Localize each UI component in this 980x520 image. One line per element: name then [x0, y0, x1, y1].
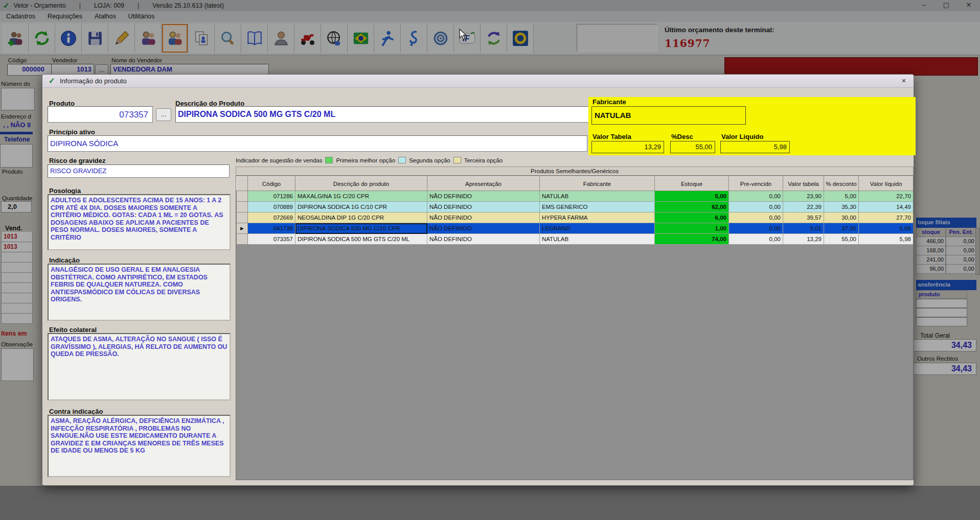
legend-swatch — [453, 157, 461, 163]
grid-cell[interactable]: NÃO DEFINIDO — [427, 234, 540, 245]
efeito-colateral-text[interactable]: ATAQUES DE ASMA, ALTERAÇÃO NO SANGUE ( I… — [48, 333, 231, 400]
grid-row-070889[interactable]: 070889DIPIRONA SODICA 1G C/10 CPRNÃO DEF… — [237, 202, 914, 212]
grid-header-estoque[interactable]: Estoque — [655, 177, 729, 191]
grid-cell[interactable]: 0,00 — [729, 223, 783, 234]
grid-cell[interactable]: 23,90 — [783, 191, 824, 202]
grid-cell[interactable]: 55,00 — [824, 234, 859, 245]
grid-cell[interactable]: 9,01 — [783, 223, 824, 234]
grid-cell[interactable]: 35,30 — [824, 202, 859, 212]
grid-cell[interactable]: DIPIRONA SODICA 500 MG GTS C/20 ML — [295, 234, 427, 245]
legend-label: Segunda opção — [409, 157, 450, 163]
perc-desc-input[interactable]: 55,00 — [670, 141, 715, 153]
grid-cell[interactable]: 62,00 — [655, 202, 729, 212]
grid-cell[interactable]: 070889 — [248, 202, 295, 212]
grid-cell[interactable]: 27,70 — [859, 212, 914, 223]
grid-header--desconto[interactable]: % desconto — [824, 177, 859, 191]
grid-cell[interactable]: DIPIRONA SODICA 500 MG C/10 CPR — [295, 223, 427, 234]
indicacao-text[interactable]: ANALGÉSICO DE USO GERAL E EM ANALGESIA O… — [48, 264, 231, 321]
indicacao-label: Indicação — [49, 256, 80, 264]
descricao-input[interactable]: DIPIRONA SODICA 500 MG GTS C/20 ML — [175, 106, 595, 123]
grid-cell[interactable]: 0,00 — [729, 212, 783, 223]
risco-gravidez-label: Risco de gravidez — [49, 157, 106, 164]
posologia-label: Posologia — [49, 187, 81, 195]
dialog-title-bar[interactable]: ✓ Informação do produto × — [42, 75, 914, 88]
efeito-colateral-label: Efeito colateral — [49, 326, 97, 334]
grid-cell[interactable]: NÃO DEFINIDO — [427, 212, 540, 223]
grid-cell[interactable]: 37,00 — [824, 223, 859, 234]
dialog-close-icon[interactable]: × — [899, 76, 908, 85]
principio-ativo-label: Princípio ativo — [49, 128, 95, 136]
legend-swatch — [398, 157, 406, 163]
grid-header-fabricante[interactable]: Fabricante — [540, 177, 655, 191]
grid-cell[interactable]: EMS GENERICO — [540, 202, 655, 212]
dialog-title: Informação do produto — [60, 77, 127, 85]
grid-cell[interactable]: NÃO DEFINIDO — [427, 223, 540, 234]
grid-row-072669[interactable]: 072669NEOSALDINA DIP 1G C/20 CPRNÃO DEFI… — [237, 212, 914, 223]
grid-header-c-digo[interactable]: Código — [248, 177, 295, 191]
grid-row-041738[interactable]: ▶041738DIPIRONA SODICA 500 MG C/10 CPRNÃ… — [237, 223, 914, 234]
grid-cell[interactable]: 5,98 — [859, 234, 914, 245]
product-info-dialog: ✓ Informação do produto × Produto 073357… — [42, 74, 914, 486]
grid-cell[interactable]: NATULAB — [540, 234, 655, 245]
grid-cell[interactable]: 22,70 — [859, 191, 914, 202]
grid-cell[interactable]: NÃO DEFINIDO — [427, 191, 540, 202]
grid-header-row: CódigoDescrição do produtoApresentaçãoFa… — [237, 177, 914, 191]
posologia-text[interactable]: ADULTOS E ADOLESCENTES ACIMA DE 15 ANOS:… — [48, 194, 231, 250]
grid-cell[interactable]: 5,68 — [859, 223, 914, 234]
grid-header-valor-tabela[interactable]: Valor tabela — [783, 177, 824, 191]
grid-cell[interactable]: 5,00 — [824, 191, 859, 202]
row-selector-cell[interactable] — [237, 191, 248, 202]
grid-cell[interactable]: DIPIRONA SODICA 1G C/10 CPR — [295, 202, 427, 212]
grid-cell[interactable]: 14,49 — [859, 202, 914, 212]
grid-cell[interactable]: 0,00 — [729, 191, 783, 202]
grid-cell[interactable]: 74,00 — [655, 234, 729, 245]
row-selector-cell[interactable] — [237, 212, 248, 223]
grid-cell[interactable]: HYPERA FARMA — [540, 212, 655, 223]
grid-header-apresenta-o[interactable]: Apresentação — [427, 177, 540, 191]
grid-header-valor-l-quido[interactable]: Valor líquido — [859, 177, 914, 191]
legend-label: Primeira melhor opção — [336, 157, 395, 163]
row-selector-cell[interactable]: ▶ — [237, 223, 248, 234]
grid-cell[interactable]: 0,00 — [729, 234, 783, 245]
grid-cell[interactable]: 5,00 — [655, 191, 729, 202]
grid-row-073357[interactable]: 073357DIPIRONA SODICA 500 MG GTS C/20 ML… — [237, 234, 914, 245]
valor-tabela-label: Valor Tabela — [592, 133, 631, 140]
grid-header-pre-vencido[interactable]: Pre-vencido — [729, 177, 783, 191]
grid-cell[interactable]: 072669 — [248, 212, 295, 223]
valor-tabela-input[interactable]: 13,29 — [591, 141, 664, 153]
grid-cell[interactable]: 13,29 — [783, 234, 824, 245]
contra-indicacao-label: Contra indicação — [49, 408, 103, 415]
grid-cell[interactable]: 39,57 — [783, 212, 824, 223]
grid-cell[interactable]: LEGRAND — [540, 223, 655, 234]
produto-browse-button[interactable]: ... — [156, 108, 171, 121]
row-selector-cell[interactable] — [237, 202, 248, 212]
grid-cell[interactable]: NEOSALDINA DIP 1G C/20 CPR — [295, 212, 427, 223]
dialog-check-icon: ✓ — [49, 76, 55, 85]
contra-indicacao-text[interactable]: ASMA, REAÇÃO ALÉRGICA, DEFICIÊNCIA ENZIM… — [48, 415, 231, 477]
grid-cell[interactable]: 073357 — [248, 234, 295, 245]
grid-cell[interactable]: NÃO DEFINIDO — [427, 202, 540, 212]
grid-cell[interactable]: 6,00 — [655, 212, 729, 223]
grid-cell[interactable]: 041738 — [248, 223, 295, 234]
suggestion-legend: Indicador de sugestão de vendas Primeira… — [236, 157, 503, 163]
perc-desc-label: %Desc — [671, 133, 693, 140]
grid-cell[interactable]: 1,00 — [655, 223, 729, 234]
grid-cell[interactable]: NATULAB — [540, 191, 655, 202]
mouse-cursor — [459, 29, 468, 43]
grid-cell[interactable]: 22,39 — [783, 202, 824, 212]
legend-label: Terceira opção — [464, 157, 503, 163]
grid-cell[interactable]: 071286 — [248, 191, 295, 202]
principio-ativo-input[interactable]: DIPIRONA SÓDICA — [48, 135, 587, 152]
fabricante-panel: Fabricante NATULAB Valor Tabela 13,29 %D… — [588, 97, 916, 155]
valor-liquido-input[interactable]: 5,98 — [720, 141, 790, 153]
grid-cell[interactable]: 0,00 — [729, 202, 783, 212]
row-selector-cell[interactable] — [237, 234, 248, 245]
risco-gravidez-input[interactable]: RISCO GRAVIDEZ — [48, 164, 230, 178]
grid-cell[interactable]: 30,00 — [824, 212, 859, 223]
fabricante-input[interactable]: NATULAB — [591, 106, 746, 125]
grid-cell[interactable]: MAXALGINA 1G C/20 CPR — [295, 191, 427, 202]
similar-products-grid: CódigoDescrição do produtoApresentaçãoFa… — [236, 176, 914, 480]
grid-header-descri-o-do-produto[interactable]: Descrição do produto — [295, 177, 427, 191]
grid-row-071286[interactable]: 071286MAXALGINA 1G C/20 CPRNÃO DEFINIDON… — [237, 191, 914, 202]
produto-input[interactable]: 073357 — [48, 106, 153, 123]
